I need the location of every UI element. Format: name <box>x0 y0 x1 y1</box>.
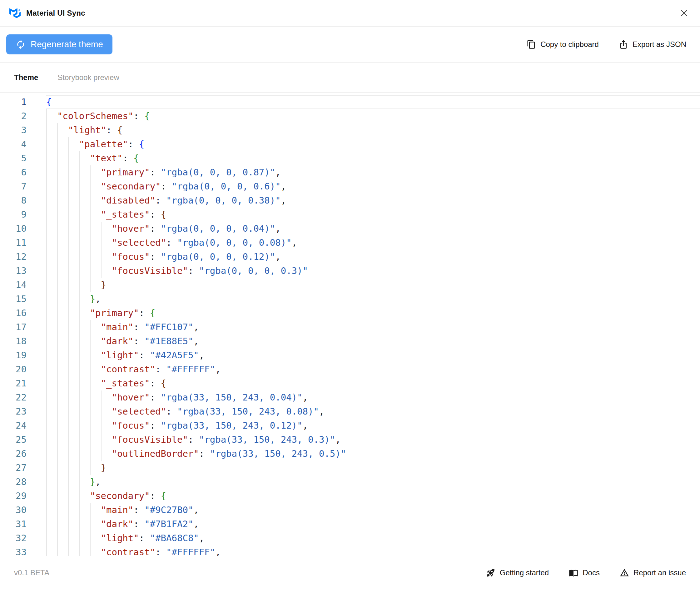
tab-theme[interactable]: Theme <box>14 73 38 82</box>
regenerate-theme-button[interactable]: Regenerate theme <box>6 34 112 54</box>
docs-link[interactable]: Docs <box>569 568 600 577</box>
indent-guide <box>46 165 57 179</box>
code-line[interactable]: 3"light": { <box>0 123 700 137</box>
code-line[interactable]: 27} <box>0 461 700 475</box>
code-line[interactable]: 33"contrast": "#FFFFFF", <box>0 545 700 556</box>
footer: v0.1 BETA Getting started Docs Report an… <box>0 556 700 589</box>
code-token: { <box>139 139 144 150</box>
indent-guide <box>46 517 57 531</box>
indent-guide <box>57 208 68 222</box>
sync-icon <box>16 39 26 49</box>
indent-guide <box>101 222 112 236</box>
code-line[interactable]: 14} <box>0 278 700 292</box>
tab-storybook-preview[interactable]: Storybook preview <box>57 73 119 82</box>
line-number: 3 <box>0 123 27 137</box>
code-line[interactable]: 20"contrast": "#FFFFFF", <box>0 362 700 376</box>
indent-guide <box>79 334 90 348</box>
code-token: : <box>199 448 210 459</box>
line-number: 6 <box>0 165 27 179</box>
indent-guide <box>68 208 79 222</box>
code-token: , <box>194 519 199 529</box>
code-token: "#FFFFFF" <box>166 364 215 375</box>
line-number: 18 <box>0 334 27 348</box>
code-line[interactable]: 11"selected": "rgba(0, 0, 0, 0.08)", <box>0 236 700 250</box>
code-line[interactable]: 30"main": "#9C27B0", <box>0 503 700 517</box>
line-number: 4 <box>0 137 27 151</box>
export-as-json-button[interactable]: Export as JSON <box>619 40 686 49</box>
code-line[interactable]: 5"text": { <box>0 151 700 165</box>
code-token: , <box>95 293 100 304</box>
indent-guide <box>57 165 68 179</box>
indent-guide <box>46 264 57 278</box>
line-number: 19 <box>0 348 27 362</box>
code-line[interactable]: 19"light": "#42A5F5", <box>0 348 700 362</box>
line-number: 1 <box>0 95 27 109</box>
indent-guide <box>46 503 57 517</box>
code-line[interactable]: 15}, <box>0 292 700 306</box>
indent-guide <box>46 208 57 222</box>
indent-guide <box>46 194 57 208</box>
code-line[interactable]: 26"outlinedBorder": "rgba(33, 150, 243, … <box>0 447 700 461</box>
code-line[interactable]: 21"_states": { <box>0 376 700 390</box>
code-token: "disabled" <box>101 195 155 206</box>
code-line[interactable]: 8"disabled": "rgba(0, 0, 0, 0.38)", <box>0 194 700 208</box>
indent-guide <box>57 390 68 405</box>
line-number: 25 <box>0 433 27 447</box>
code-token: "secondary" <box>90 490 150 501</box>
indent-guide <box>57 545 68 556</box>
indent-guide <box>68 179 79 194</box>
line-number: 5 <box>0 151 27 165</box>
code-line[interactable]: 4"palette": { <box>0 137 700 151</box>
indent-guide <box>46 390 57 405</box>
code-line[interactable]: 23"selected": "rgba(33, 150, 243, 0.08)"… <box>0 405 700 419</box>
indent-guide <box>68 194 79 208</box>
copy-to-clipboard-button[interactable]: Copy to clipboard <box>527 40 599 49</box>
code-token: , <box>215 547 221 556</box>
code-line[interactable]: 16"primary": { <box>0 306 700 320</box>
code-token: , <box>275 251 281 262</box>
line-number: 24 <box>0 419 27 433</box>
indent-guide <box>68 334 79 348</box>
code-line[interactable]: 25"focusVisible": "rgba(33, 150, 243, 0.… <box>0 433 700 447</box>
indent-guide <box>46 531 57 545</box>
code-line[interactable]: 24"focus": "rgba(33, 150, 243, 0.12)", <box>0 419 700 433</box>
indent-guide <box>57 489 68 503</box>
code-line[interactable]: 17"main": "#FFC107", <box>0 320 700 334</box>
getting-started-link[interactable]: Getting started <box>486 568 549 577</box>
code-token: , <box>275 167 281 178</box>
code-token: "hover" <box>111 392 149 403</box>
code-line[interactable]: 6"primary": "rgba(0, 0, 0, 0.87)", <box>0 165 700 179</box>
code-token: "focusVisible" <box>111 265 188 276</box>
code-line[interactable]: 10"hover": "rgba(0, 0, 0, 0.04)", <box>0 222 700 236</box>
code-token: { <box>150 308 155 318</box>
code-token: "rgba(33, 150, 243, 0.12)" <box>161 420 303 431</box>
indent-guide <box>46 489 57 503</box>
code-line[interactable]: 13"focusVisible": "rgba(0, 0, 0, 0.3)" <box>0 264 700 278</box>
code-line[interactable]: 12"focus": "rgba(0, 0, 0, 0.12)", <box>0 250 700 264</box>
code-token: "light" <box>101 350 139 361</box>
close-button[interactable] <box>678 7 691 20</box>
code-line[interactable]: 9"_states": { <box>0 208 700 222</box>
line-number: 29 <box>0 489 27 503</box>
indent-guide <box>90 362 101 376</box>
code-line[interactable]: 7"secondary": "rgba(0, 0, 0, 0.6)", <box>0 179 700 194</box>
indent-guide <box>57 376 68 390</box>
code-line[interactable]: 28}, <box>0 475 700 489</box>
code-line[interactable]: 2"colorSchemes": { <box>0 109 700 123</box>
code-token: , <box>275 223 281 234</box>
export-as-json-label: Export as JSON <box>633 40 686 49</box>
code-line[interactable]: 22"hover": "rgba(33, 150, 243, 0.04)", <box>0 390 700 405</box>
report-an-issue-link[interactable]: Report an issue <box>620 568 686 577</box>
code-token: : <box>150 223 161 234</box>
code-line[interactable]: 31"dark": "#7B1FA2", <box>0 517 700 531</box>
code-token: { <box>46 96 51 107</box>
indent-guide <box>46 250 57 264</box>
code-line[interactable]: 32"light": "#BA68C8", <box>0 531 700 545</box>
code-token: "rgba(0, 0, 0, 0.38)" <box>166 195 281 206</box>
code-line[interactable]: 1{ <box>0 95 700 109</box>
code-token: "rgba(0, 0, 0, 0.08)" <box>177 237 292 248</box>
indent-guide <box>79 278 90 292</box>
code-line[interactable]: 29"secondary": { <box>0 489 700 503</box>
theme-json-editor[interactable]: 1{2"colorSchemes": {3"light": {4"palette… <box>0 92 700 556</box>
code-line[interactable]: 18"dark": "#1E88E5", <box>0 334 700 348</box>
